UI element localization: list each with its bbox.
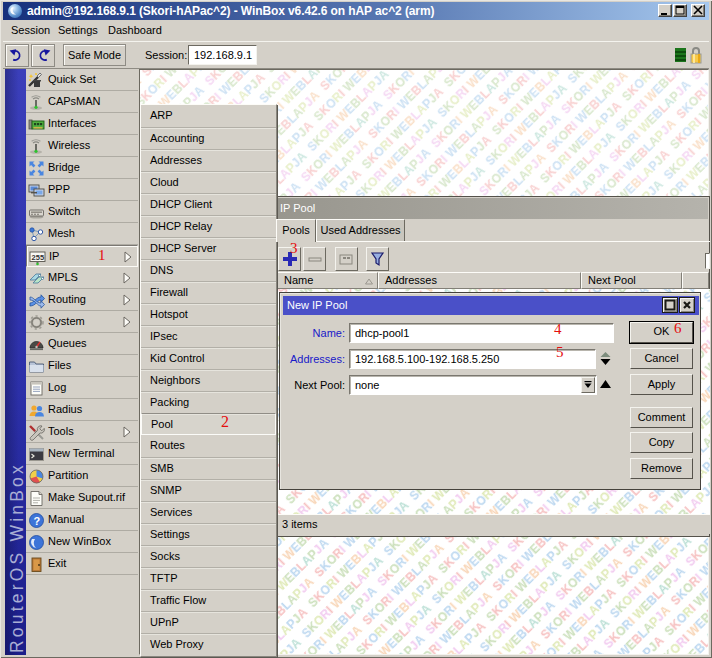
svg-text:255: 255	[32, 253, 45, 262]
svg-text:?: ?	[34, 515, 41, 527]
